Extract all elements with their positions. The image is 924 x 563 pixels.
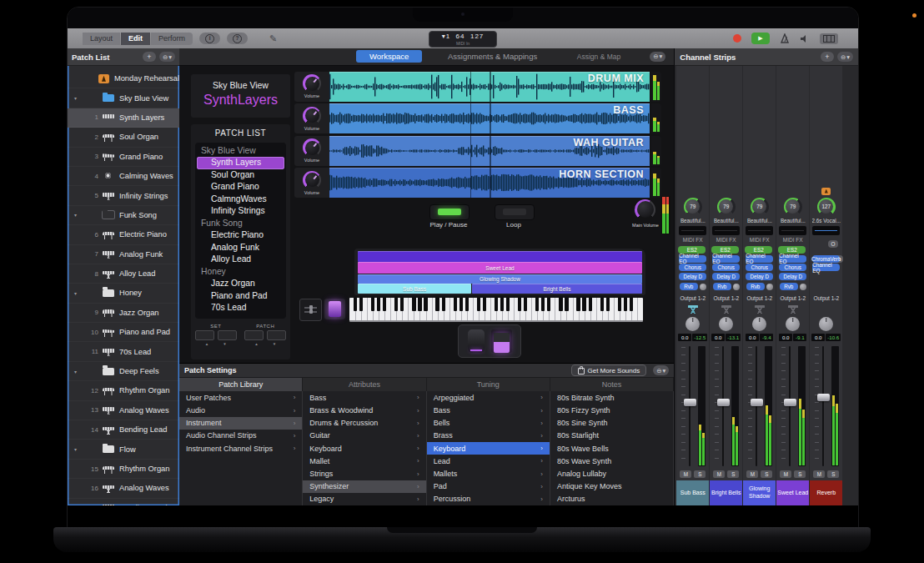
widget-patch-item[interactable]: Synth Layers [197,157,284,169]
get-more-sounds-button[interactable]: Get More Sounds [571,364,647,376]
plugin-slot[interactable]: Delay D [679,273,706,280]
volume-fader[interactable] [680,344,706,468]
solo-button[interactable]: S [827,470,839,479]
widget-patch-item[interactable]: Sky Blue View [195,145,286,158]
widget-patch-item[interactable]: 70s Lead [195,302,286,314]
onscreen-keyboard[interactable] [349,298,643,322]
volume-fader[interactable] [780,344,806,468]
send-level-knob[interactable] [800,284,806,290]
widget-patch-item[interactable]: Funk Song [195,218,286,230]
patch-list-item[interactable]: ▾ Funk Song [68,206,179,225]
browser-item[interactable]: Drums & Percussion › [303,417,425,430]
browser-item[interactable]: Bass › [427,405,550,417]
browser-item[interactable]: Keyboard › [303,442,425,455]
track-volume-knob[interactable] [303,74,321,93]
browser-item[interactable]: 80s Wave Bells [550,442,673,455]
mode-button[interactable]: Perform [151,33,193,45]
output-slot[interactable]: Output 1-2 [813,295,839,303]
fader-cap[interactable] [784,399,796,406]
widget-patch-item[interactable]: Piano and Pad [195,290,286,303]
browser-item[interactable]: Mallets › [427,467,550,480]
patch-list-action-menu[interactable]: ⊖▾ [159,52,175,62]
browser-item[interactable]: Guitar › [303,430,425,442]
browser-item[interactable]: Arpeggiated › [427,391,550,404]
widget-patch-item[interactable]: Soul Organ [195,169,286,182]
peak-value[interactable]: 0.0 [711,334,725,341]
plugin-slot[interactable]: Chorus [746,264,773,271]
browser-item[interactable]: Mallet › [303,455,425,467]
fader-cap[interactable] [751,399,763,406]
output-slot[interactable]: Output 1-2 [680,295,706,303]
browser-item[interactable]: Brass & Woodwind › [303,405,425,417]
layer-band[interactable]: Bright Bells [472,284,642,294]
output-slot[interactable]: Output 1-2 [780,295,806,303]
browser-item[interactable]: Pad › [427,480,550,493]
widget-patch-item[interactable]: Jazz Organ [195,278,286,290]
volume-fader[interactable] [813,344,840,468]
midi-fx-slot[interactable]: MIDI FX [716,237,736,244]
track-waveform[interactable]: WAH GUITAR [329,136,650,166]
browser-item[interactable]: Antique Key Moves [550,480,673,493]
channel-name[interactable]: Glowing Shadow [743,480,776,505]
solo-button[interactable]: S [761,470,772,479]
solo-button[interactable]: S [694,470,706,479]
browser-item[interactable]: 80s Sine Synth [550,417,673,430]
browser-item[interactable]: Strings › [303,467,425,480]
plugin-slot[interactable]: Channel EQ [712,255,740,263]
layer-band[interactable]: Glowing Shadow [358,274,642,284]
channel-setting-name[interactable]: Beautiful... [781,218,806,224]
track-volume-knob[interactable] [303,171,321,189]
patch-settings-tab[interactable]: Tuning [427,378,550,391]
channel-name[interactable]: Sweet Lead [776,480,809,505]
channel-name[interactable]: Bright Bells [710,480,742,505]
send-level-knob[interactable] [766,284,773,290]
peak-value[interactable]: 0.0 [678,334,691,341]
browser-item[interactable]: 80s Bitrate Synth [550,391,673,404]
widget-patch-item[interactable]: Alloy Lead [195,254,286,266]
patch-list-item[interactable]: 3 Grand Piano [68,148,179,167]
patch-list-item[interactable]: 5 Infinity Strings [68,186,179,205]
mute-button[interactable]: M [780,470,791,479]
peak-value[interactable]: 0.0 [746,334,759,341]
patch-list-item[interactable]: 16 Analog Waves [68,479,179,498]
expression-pedal[interactable] [468,329,485,353]
pan-knob[interactable] [752,317,766,331]
add-channel-strip-button[interactable]: + [821,52,834,62]
send-bus-slot[interactable]: Rvb [746,283,765,290]
patch-list-item[interactable]: 9 Jazz Organ [68,304,179,323]
mode-button[interactable]: Edit [121,33,150,45]
mute-button[interactable]: M [713,470,725,479]
patch-list-item[interactable]: ▾ Honey [68,284,179,303]
plugin-slot[interactable]: Channel EQ [746,255,773,263]
disclosure-chevron-icon[interactable]: ▾ [74,290,82,296]
tab-assignments-mappings[interactable]: Assignments & Mappings [448,52,537,61]
patch-list-item[interactable]: 12 Rhythm Organ [68,381,179,400]
volume-value[interactable]: -13.1 [726,334,741,341]
patch-settings-tab[interactable]: Patch Library [179,378,303,391]
fader-cap[interactable] [817,394,830,401]
widget-patch-item[interactable]: Honey [195,266,286,279]
browser-item[interactable]: Legacy › [303,493,425,505]
disclosure-chevron-icon[interactable]: ▾ [74,369,82,374]
volume-value[interactable]: -9.4 [760,334,773,341]
track-waveform[interactable]: BASS [329,103,650,133]
set-next-button[interactable] [218,330,237,340]
output-slot[interactable]: Output 1-2 [713,295,739,303]
patch-list-item[interactable]: Monday Rehearsal [68,69,179,88]
plugin-slot[interactable]: Channel EQ [779,255,806,263]
midi-fx-slot[interactable]: MIDI FX [750,237,770,244]
browser-item[interactable]: User Patches › [179,391,302,404]
track-volume-knob[interactable] [303,107,321,125]
plugin-slot[interactable]: Chorus [679,264,706,271]
patch-list-item[interactable]: ▾ Deep Feels [68,362,179,381]
plugin-slot[interactable]: Delay D [746,273,773,280]
volume-fader[interactable] [746,344,773,468]
tab-workspace[interactable]: Workspace [356,50,422,63]
record-button[interactable] [733,34,741,43]
plugin-slot[interactable]: Chorus [712,264,740,271]
midi-fx-slot[interactable]: MIDI FX [683,237,703,244]
widget-patch-item[interactable]: Grand Piano [195,181,286,194]
volume-value[interactable]: -9.1 [793,334,806,341]
disclosure-chevron-icon[interactable]: ▾ [74,95,82,101]
browser-item[interactable]: 80s Fizzy Synth [550,405,673,417]
